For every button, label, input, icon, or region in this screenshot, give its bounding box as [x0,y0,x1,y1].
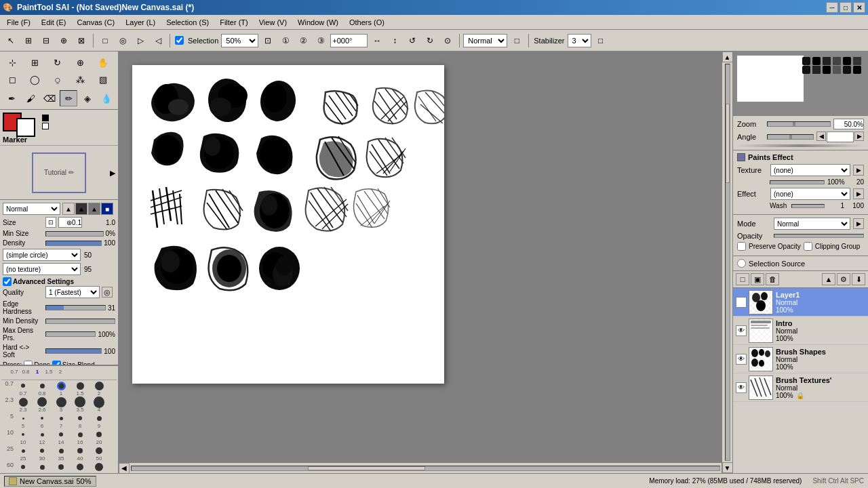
brush-dot-0-3[interactable] [75,380,85,391]
tool-grid-view[interactable]: ⊞ [25,54,44,70]
tool-marker[interactable]: ✏ [60,90,77,106]
canvas-scroll-h[interactable]: ◀ ▶ [119,462,732,473]
brush-size-btn-0-0[interactable]: 0.7 [14,380,33,396]
density-slider[interactable] [45,241,102,246]
size-lock-btn[interactable]: ⊡ [45,217,56,228]
layer-item-intro[interactable]: 👁 Intro Normal 100% [733,317,868,345]
brush-size-btn-3-3[interactable]: 16 [71,429,90,445]
toolbar-btn-1[interactable]: ↖ [3,33,19,49]
scroll-h-left[interactable]: ◀ [119,463,130,474]
minimize-button[interactable]: ─ [826,2,838,13]
brush-size-btn-2-1[interactable]: 6 [33,413,52,429]
toolbar-zoom-2[interactable]: ② [295,33,311,49]
menu-layer[interactable]: Layer (L) [121,17,159,28]
scroll-h-thumb[interactable] [308,466,425,470]
scroll-h-track[interactable] [131,466,720,471]
brush-dot-2-0[interactable] [18,413,28,424]
brush-dot-2-4[interactable] [94,413,104,424]
menu-view[interactable]: View (V) [255,17,291,28]
brush-dot-3-3[interactable] [75,429,85,440]
texture-scale-slider[interactable] [770,180,825,184]
brush-dot-2-2[interactable] [56,413,66,424]
menu-edit[interactable]: Edit (E) [37,17,71,28]
brush-dot-5-0[interactable] [18,462,28,472]
toolbar-stab-btn[interactable]: □ [593,33,609,49]
tool-lasso[interactable]: ⍜ [48,71,67,87]
brush-size-btn-1-0[interactable]: 2.3 [14,396,33,413]
toolbar-btn-7[interactable]: ◎ [115,33,131,49]
layer-item-brush-textures[interactable]: 👁 Brush Textures' Normal [733,373,868,402]
zoom-value-input[interactable]: 50.0% [833,119,864,129]
new-layer-btn[interactable]: □ [736,273,749,285]
toolbar-btn-9[interactable]: ◁ [150,33,166,49]
angle-inc-btn[interactable]: ▶ [854,131,864,141]
canvas-scroll-v[interactable]: ▲ ▼ [722,52,732,473]
edge-hardness-slider[interactable] [45,305,106,310]
size-head-1[interactable]: 1 [32,369,43,378]
brush-shape-select[interactable]: (simple circle) [3,249,81,261]
delete-layer-btn[interactable]: 🗑 [766,273,779,285]
texture-select[interactable]: (none) [770,164,850,176]
brush-size-btn-2-3[interactable]: 8 [71,413,90,429]
size-head-15[interactable]: 1.5 [43,369,54,378]
brush-dot-3-1[interactable] [37,429,47,440]
reset-colors-btn[interactable] [42,123,49,129]
brush-size-btn-0-2[interactable]: 1 [52,380,71,396]
brush-size-btn-5-1[interactable]: 70 [33,462,52,473]
brush-dot-4-3[interactable] [75,445,85,456]
brush-dot-4-2[interactable] [56,445,66,456]
blend-mode-select[interactable]: Normal [463,34,507,47]
brush-dot-0-2[interactable] [56,380,66,391]
dens-checkbox[interactable] [24,361,33,365]
brush-dot-5-4[interactable] [94,462,104,472]
layer-item-layer1[interactable]: 👁 Layer1 Normal 100% [733,288,868,317]
brush-texture-select[interactable]: (no texture) [3,263,81,275]
blend-mode-btn-2[interactable]: ▲ [75,203,87,215]
menu-canvas[interactable]: Canvas (C) [73,17,119,28]
swap-colors-btn[interactable] [42,115,49,121]
tool-eraser[interactable]: ⌫ [41,90,58,106]
brush-size-btn-5-2[interactable]: 80 [52,462,71,473]
toolbar-btn-3[interactable]: ⊟ [38,33,54,49]
brush-size-btn-4-0[interactable]: 25 [14,445,33,462]
brush-size-btn-2-0[interactable]: 5 [14,413,33,429]
layer-up-btn[interactable]: ▲ [822,273,835,285]
brush-size-btn-1-2[interactable]: 3 [52,396,71,413]
brush-dot-5-2[interactable] [56,462,66,472]
mode-expand-btn[interactable]: ▶ [853,218,864,229]
brush-size-btn-5-4[interactable]: 120 [90,462,108,473]
brush-size-btn-0-3[interactable]: 1.5 [71,380,90,396]
brush-size-btn-0-4[interactable]: 2 [90,380,108,396]
angle-input[interactable]: +000° [330,34,368,47]
toolbar-flip-v[interactable]: ↕ [387,33,403,49]
angle-dec-btn[interactable]: ◀ [816,131,826,141]
scroll-v-thumb[interactable] [726,104,730,183]
effect-select[interactable]: (none) [770,188,850,200]
tool-hand[interactable]: ✋ [94,54,113,70]
scroll-v-track[interactable] [725,64,730,461]
scroll-v-down[interactable]: ▼ [722,462,733,473]
menu-filter[interactable]: Filter (T) [216,17,252,28]
brush-size-btn-0-1[interactable]: 0.8 [33,380,52,396]
brush-size-btn-1-4[interactable]: 4 [90,396,108,413]
toolbar-btn-2[interactable]: ⊞ [20,33,37,49]
max-dens-slider[interactable] [45,331,96,337]
tool-eyedrop[interactable]: 💧 [98,90,115,106]
brush-dot-5-1[interactable] [37,462,47,472]
brush-size-btn-5-3[interactable]: 100 [71,462,90,473]
size-head-08[interactable]: 0.8 [20,369,31,378]
tool-select1[interactable]: ◻ [3,71,22,87]
scroll-right-btn[interactable]: ▶ [110,168,115,177]
brush-dot-1-3[interactable] [75,396,85,407]
brush-dot-2-1[interactable] [37,413,47,424]
toolbar-btn-8[interactable]: ▷ [132,33,149,49]
brush-size-btn-3-1[interactable]: 12 [33,429,52,445]
toolbar-blend-btn[interactable]: □ [509,33,525,49]
menu-window[interactable]: Window (W) [294,17,342,28]
texture-expand-btn[interactable]: ▶ [853,165,864,176]
brush-dot-1-4[interactable] [94,396,104,407]
zoom-slider[interactable] [767,121,831,127]
brush-dot-5-3[interactable] [75,462,85,472]
brush-dot-0-1[interactable] [37,380,47,391]
brush-size-btn-3-2[interactable]: 14 [52,429,71,445]
